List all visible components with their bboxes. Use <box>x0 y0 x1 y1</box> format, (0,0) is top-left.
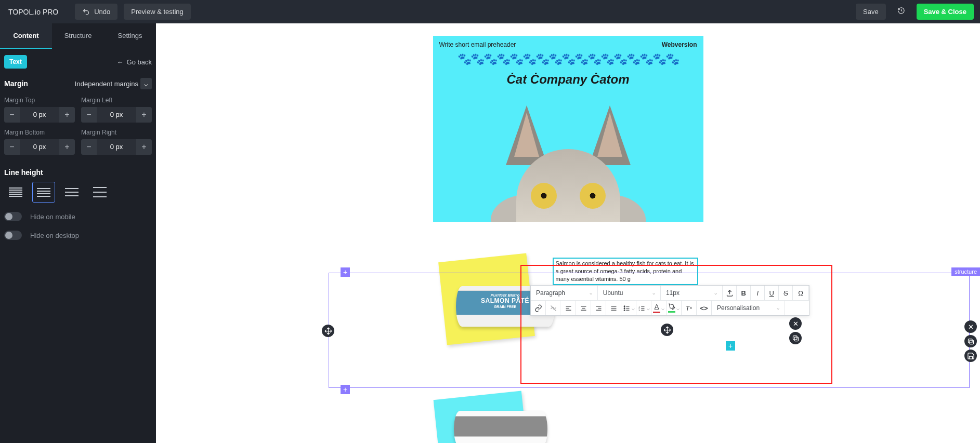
move-element-handle[interactable] <box>661 324 673 336</box>
app-logo: TOPOL.io PRO <box>6 8 69 16</box>
margin-top-value: 0 px <box>20 107 59 123</box>
special-character-button[interactable]: Ω <box>793 286 809 300</box>
svg-point-19 <box>624 310 625 311</box>
margin-top-stepper[interactable]: − 0 px + <box>4 107 75 123</box>
line-height-very-loose[interactable] <box>88 182 111 203</box>
margin-bottom-label: Margin Bottom <box>4 129 75 136</box>
move-icon <box>324 327 332 335</box>
margin-left-decrease[interactable]: − <box>81 107 97 123</box>
svg-rect-1 <box>793 335 797 340</box>
bold-button[interactable]: B <box>737 286 751 300</box>
upload-icon <box>726 289 734 297</box>
unlink-icon <box>550 304 557 312</box>
go-back-label: Go back <box>127 58 152 66</box>
tab-settings[interactable]: Settings <box>104 23 156 49</box>
product-section-2[interactable] <box>428 390 709 443</box>
tab-content[interactable]: Content <box>0 23 52 49</box>
italic-button[interactable]: I <box>751 286 765 300</box>
delete-structure-button[interactable]: ✕ <box>964 320 977 333</box>
insert-link-button[interactable] <box>531 301 546 315</box>
align-left-button[interactable] <box>561 301 576 315</box>
svg-point-18 <box>624 307 625 308</box>
line-height-tight[interactable] <box>4 182 27 203</box>
unordered-list-button[interactable] <box>621 301 636 315</box>
margin-bottom-decrease[interactable]: − <box>4 139 20 155</box>
highlighter-icon <box>669 303 675 310</box>
text-color-button[interactable]: A <box>651 301 667 315</box>
sidebar-tabs: Content Structure Settings <box>0 23 156 49</box>
add-element-button[interactable]: + <box>726 341 735 351</box>
duplicate-structure-button[interactable] <box>964 335 977 347</box>
save-icon <box>967 352 975 360</box>
font-family-select[interactable]: Ubuntu⌵ <box>598 286 661 300</box>
tab-structure[interactable]: Structure <box>52 23 104 49</box>
margin-right-stepper[interactable]: − 0 px + <box>81 139 152 155</box>
save-button[interactable]: Save <box>856 4 886 20</box>
remove-link-button[interactable] <box>546 301 561 315</box>
line-height-options <box>4 182 152 203</box>
product-1-description[interactable]: Salmon is considered a healthy fish for … <box>553 258 698 285</box>
upload-image-button[interactable] <box>723 286 737 300</box>
editor-canvas[interactable]: Write short email preheader Webversion 🐾… <box>156 23 980 443</box>
clear-formatting-button[interactable]: T× <box>682 301 697 315</box>
align-center-button[interactable] <box>576 301 591 315</box>
margin-mode-dropdown[interactable]: ⌵ <box>140 78 152 89</box>
svg-text:3: 3 <box>638 309 640 312</box>
structure-tag[interactable]: structure <box>951 267 980 276</box>
align-right-button[interactable] <box>591 301 606 315</box>
duplicate-element-button[interactable] <box>789 332 802 344</box>
underline-button[interactable]: U <box>765 286 779 300</box>
line-height-loose[interactable] <box>60 182 83 203</box>
element-type-text[interactable]: Text <box>4 55 27 69</box>
hide-on-mobile-toggle[interactable] <box>4 212 22 221</box>
paw-print-row: 🐾🐾🐾🐾🐾🐾🐾🐾🐾🐾🐾🐾🐾🐾🐾🐾🐾 <box>439 48 697 70</box>
ordered-list-button[interactable]: 123 <box>636 301 651 315</box>
line-height-normal[interactable] <box>32 182 55 203</box>
back-arrow-icon: ← <box>117 58 124 66</box>
align-justify-button[interactable] <box>606 301 621 315</box>
undo-button[interactable]: Undo <box>75 4 117 20</box>
margin-top-decrease[interactable]: − <box>4 107 20 123</box>
line-height-title: Line height <box>4 168 152 177</box>
align-left-icon <box>565 304 572 312</box>
move-structure-handle[interactable] <box>322 325 334 337</box>
margin-left-stepper[interactable]: − 0 px + <box>81 107 152 123</box>
svg-rect-3 <box>968 339 972 343</box>
block-format-select[interactable]: Paragraph⌵ <box>531 286 598 300</box>
font-size-select[interactable]: 11px⌵ <box>661 286 723 300</box>
margin-left-label: Margin Left <box>81 97 152 104</box>
hide-on-desktop-toggle[interactable] <box>4 231 22 240</box>
margin-top-increase[interactable]: + <box>59 107 75 123</box>
highlight-color-button[interactable] <box>667 301 682 315</box>
add-section-bottom[interactable]: + <box>341 385 350 394</box>
strikethrough-button[interactable]: S <box>779 286 793 300</box>
preview-button[interactable]: Preview & testing <box>124 4 190 20</box>
email-title[interactable]: Ċat Ċompany Ċatom <box>439 70 697 92</box>
margin-bottom-stepper[interactable]: − 0 px + <box>4 139 75 155</box>
undo-icon <box>82 8 90 16</box>
margin-left-increase[interactable]: + <box>136 107 152 123</box>
undo-label: Undo <box>94 8 110 16</box>
source-code-button[interactable]: <> <box>697 301 712 315</box>
webversion-link[interactable]: Webversion <box>662 41 697 48</box>
margin-right-increase[interactable]: + <box>136 139 152 155</box>
personalisation-select[interactable]: Personalisation⌵ <box>712 301 785 315</box>
margin-right-decrease[interactable]: − <box>81 139 97 155</box>
margin-bottom-increase[interactable]: + <box>59 139 75 155</box>
history-icon[interactable] <box>892 7 910 17</box>
add-section-top[interactable]: + <box>341 267 350 277</box>
save-structure-button[interactable] <box>964 350 977 362</box>
align-center-icon <box>580 304 587 312</box>
copy-icon <box>792 334 800 342</box>
save-close-button[interactable]: Save & Close <box>917 4 974 20</box>
delete-element-button[interactable]: ✕ <box>789 317 802 330</box>
go-back-button[interactable]: ← Go back <box>117 58 152 66</box>
margin-left-value: 0 px <box>97 107 136 123</box>
email-preheader[interactable]: Write short email preheader <box>439 41 516 48</box>
link-icon <box>534 304 542 312</box>
copy-icon <box>967 338 975 345</box>
align-right-icon <box>595 304 603 312</box>
margin-right-value: 0 px <box>97 139 136 155</box>
richtext-toolbar: Paragraph⌵ Ubuntu⌵ 11px⌵ B I U S Ω <box>530 285 809 316</box>
hero-cat-image[interactable] <box>433 92 703 222</box>
